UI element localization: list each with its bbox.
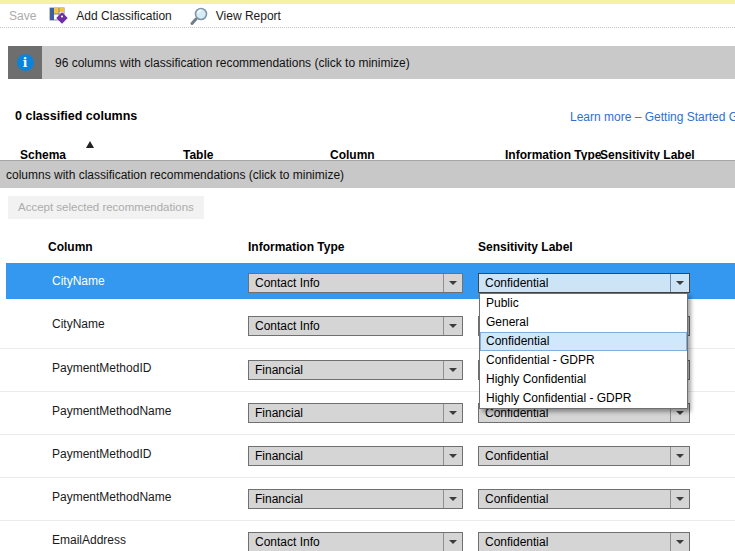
- information-type-dropdown[interactable]: Contact Info: [248, 532, 463, 551]
- recommendations-table-header: Column Information Type Sensitivity Labe…: [0, 232, 735, 262]
- information-type-dropdown[interactable]: Contact Info: [248, 316, 463, 336]
- view-report-button[interactable]: View Report: [190, 7, 281, 25]
- table-row[interactable]: EmailAddress Contact Info Confidential: [0, 520, 735, 551]
- learn-more-link[interactable]: Learn more – Getting Started Gu: [570, 110, 735, 124]
- add-classification-button[interactable]: Add Classification: [49, 7, 171, 24]
- sensitivity-label-header: Sensitivity Label: [478, 240, 573, 254]
- add-classification-label: Add Classification: [76, 9, 171, 23]
- chevron-down-icon: [670, 447, 689, 465]
- information-type-value: Financial: [249, 361, 443, 379]
- bg-header-sensitivity-label: Sensitivity Label: [600, 148, 695, 160]
- panel-header-text: columns with classification recommendati…: [6, 168, 344, 182]
- classified-columns-count: 0 classified columns: [15, 109, 137, 123]
- column-name: PaymentMethodID: [52, 349, 151, 386]
- information-type-value: Financial: [249, 447, 443, 465]
- information-type-dropdown[interactable]: Financial: [248, 489, 463, 509]
- column-name: PaymentMethodID: [52, 435, 151, 472]
- magnifier-icon: [190, 7, 209, 25]
- chevron-down-icon: [443, 490, 462, 508]
- recommendations-panel-header[interactable]: columns with classification recommendati…: [0, 160, 735, 188]
- information-type-dropdown[interactable]: Financial: [248, 446, 463, 466]
- dropdown-option-general[interactable]: General: [480, 313, 687, 332]
- chevron-down-icon: [443, 274, 462, 292]
- column-name: EmailAddress: [52, 521, 126, 551]
- chevron-down-icon: [443, 317, 462, 335]
- background-grid-header: Schema Table Column Information Type Sen…: [0, 148, 735, 160]
- column-header: Column: [48, 240, 93, 254]
- sensitivity-label-dropdown[interactable]: Confidential: [478, 489, 690, 509]
- column-name: PaymentMethodName: [52, 478, 171, 515]
- chevron-down-icon: [670, 274, 689, 292]
- information-type-value: Contact Info: [249, 274, 443, 292]
- column-name: CityName: [52, 262, 105, 299]
- bg-header-information-type: Information Type: [505, 148, 601, 160]
- dropdown-option-public[interactable]: Public: [480, 294, 687, 313]
- sensitivity-label-value: Confidential: [479, 447, 670, 465]
- banner-icon-block: i: [8, 46, 42, 79]
- information-type-dropdown[interactable]: Financial: [248, 360, 463, 380]
- dropdown-option-confidential-gdpr[interactable]: Confidential - GDPR: [480, 351, 687, 370]
- chevron-down-icon: [443, 361, 462, 379]
- table-row[interactable]: PaymentMethodID Financial Confidential: [0, 434, 735, 477]
- information-type-header: Information Type: [248, 240, 344, 254]
- information-type-value: Contact Info: [249, 317, 443, 335]
- bg-header-schema: Schema: [20, 148, 66, 160]
- banner-message: 96 columns with classification recommend…: [55, 56, 410, 70]
- column-name: CityName: [52, 305, 105, 342]
- chevron-down-icon: [443, 533, 462, 551]
- sensitivity-label-dropdown[interactable]: Confidential: [478, 532, 690, 551]
- information-type-value: Financial: [249, 490, 443, 508]
- sensitivity-label-value: Confidential: [479, 490, 670, 508]
- information-type-value: Financial: [249, 404, 443, 422]
- banner-message-bar: 96 columns with classification recommend…: [42, 46, 735, 79]
- sort-ascending-icon: [86, 141, 94, 148]
- information-type-value: Contact Info: [249, 533, 443, 551]
- chevron-down-icon: [670, 490, 689, 508]
- information-type-dropdown[interactable]: Contact Info: [248, 273, 463, 293]
- dropdown-option-highly-confidential-gdpr[interactable]: Highly Confidential - GDPR: [480, 389, 687, 408]
- sensitivity-label-dropdown-list: Public General Confidential Confidential…: [479, 293, 688, 409]
- toolbar: Save Add Classification View Report: [0, 4, 735, 28]
- column-name: PaymentMethodName: [52, 392, 171, 429]
- sensitivity-label-value: Confidential: [479, 274, 670, 292]
- add-classification-icon: [49, 7, 69, 24]
- sensitivity-label-value: Confidential: [479, 533, 670, 551]
- info-icon: i: [17, 54, 34, 71]
- bg-header-column: Column: [330, 148, 375, 160]
- bg-header-table: Table: [183, 148, 213, 160]
- chevron-down-icon: [443, 447, 462, 465]
- dropdown-option-confidential[interactable]: Confidential: [480, 332, 687, 351]
- view-report-label: View Report: [216, 9, 281, 23]
- recommendations-banner[interactable]: i 96 columns with classification recomme…: [8, 46, 735, 79]
- chevron-down-icon: [670, 533, 689, 551]
- dropdown-option-highly-confidential[interactable]: Highly Confidential: [480, 370, 687, 389]
- information-type-dropdown[interactable]: Financial: [248, 403, 463, 423]
- accept-selected-recommendations-button[interactable]: Accept selected recommendations: [8, 196, 204, 219]
- sensitivity-label-dropdown[interactable]: Confidential: [478, 273, 690, 293]
- sensitivity-label-dropdown[interactable]: Confidential: [478, 446, 690, 466]
- save-button[interactable]: Save: [9, 9, 36, 23]
- chevron-down-icon: [443, 404, 462, 422]
- table-row[interactable]: PaymentMethodName Financial Confidential: [0, 477, 735, 520]
